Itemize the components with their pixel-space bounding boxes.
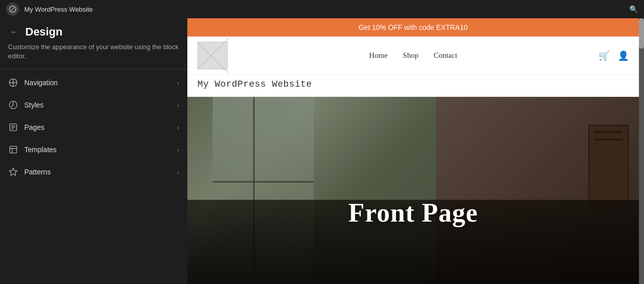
site-header: Home Shop Contact 🛒 👤 [187, 37, 639, 75]
navigation-chevron: › [177, 79, 179, 87]
site-branding-bar: My WordPress Website [187, 75, 639, 97]
nav-contact[interactable]: Contact [433, 51, 457, 60]
sidebar-header: ← Design [0, 18, 187, 43]
patterns-icon [8, 167, 18, 177]
pages-chevron: › [177, 124, 179, 131]
patterns-label: Patterns [24, 168, 171, 176]
promo-banner: Get 10% OFF with code EXTRA10 [187, 18, 639, 37]
navigation-label: Navigation [24, 79, 171, 87]
sidebar-item-navigation[interactable]: Navigation › [0, 72, 187, 94]
account-icon[interactable]: 👤 [618, 50, 629, 61]
templates-chevron: › [177, 146, 179, 154]
sidebar-divider [0, 69, 187, 69]
templates-icon [8, 145, 18, 155]
site-logo [197, 42, 228, 69]
sidebar-item-templates[interactable]: Templates › [0, 138, 187, 161]
pages-icon [8, 122, 18, 132]
top-bar: My WordPress Website 🔍 [0, 0, 644, 18]
site-name-label: My WordPress Website [24, 6, 624, 13]
site-navigation: Home Shop Contact [228, 51, 598, 60]
styles-label: Styles [24, 101, 171, 109]
nav-shop[interactable]: Shop [403, 51, 419, 60]
sidebar: ← Design Customize the appearance of you… [0, 0, 187, 284]
patterns-chevron: › [177, 168, 179, 176]
sidebar-title: Design [25, 25, 62, 39]
main-preview: Get 10% OFF with code EXTRA10 Home Shop … [187, 18, 644, 284]
hero-section: Front Page [187, 97, 639, 284]
sidebar-item-patterns[interactable]: Patterns › [0, 161, 187, 183]
pages-label: Pages [24, 123, 171, 131]
scrollbar[interactable] [639, 18, 644, 284]
hero-text: Front Page [348, 198, 478, 228]
promo-text: Get 10% OFF with code EXTRA10 [358, 23, 468, 31]
sidebar-item-pages[interactable]: Pages › [0, 116, 187, 138]
templates-label: Templates [24, 146, 171, 154]
site-actions: 🛒 👤 [598, 50, 629, 61]
sidebar-item-styles[interactable]: Styles › [0, 94, 187, 116]
nav-home[interactable]: Home [369, 51, 388, 60]
scrollbar-thumb[interactable] [639, 18, 644, 49]
cart-icon[interactable]: 🛒 [598, 50, 610, 61]
wordpress-logo[interactable] [6, 3, 19, 16]
sidebar-description: Customize the appearance of your website… [0, 43, 187, 69]
search-button[interactable]: 🔍 [629, 5, 638, 13]
navigation-icon [8, 78, 18, 88]
styles-icon [8, 100, 18, 110]
svg-rect-7 [10, 147, 17, 154]
website-preview: Get 10% OFF with code EXTRA10 Home Shop … [187, 18, 639, 284]
styles-chevron: › [177, 101, 179, 109]
svg-marker-10 [10, 168, 17, 175]
dark-overlay [187, 97, 639, 284]
site-branding-name: My WordPress Website [197, 79, 312, 89]
hero-background [187, 97, 639, 284]
back-button[interactable]: ← [8, 26, 20, 38]
